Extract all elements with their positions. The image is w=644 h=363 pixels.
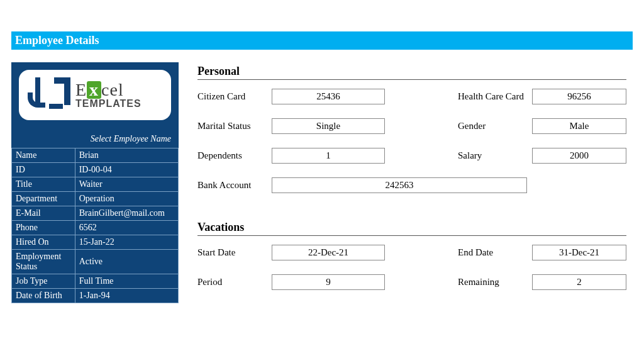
health-care-card-label: Health Care Card [458,91,527,102]
table-row: E-MailBrainGilbert@mail.com [12,206,179,221]
gender-label: Gender [458,121,527,131]
salary-field[interactable]: 2000 [532,148,626,164]
logo-brand-cel: cel [101,80,124,99]
table-row: Employment StatusActive [12,250,179,274]
logo-brand-x: x [87,81,101,99]
employee-details-table: NameBrian IDID-00-04 TitleWaiter Departm… [11,148,179,303]
row-value: Full Time [75,274,178,289]
logo: Excel TEMPLATES [19,70,171,120]
row-label: Employment Status [12,250,75,274]
page-title: Employee Details [15,34,99,47]
content-area: Excel TEMPLATES Select Employee Name Nam… [0,50,644,303]
marital-status-label: Marital Status [197,121,267,131]
row-label: Phone [12,221,75,235]
row-label: Hired On [12,235,75,250]
row-value: 6562 [75,221,178,235]
row-label: Date of Birth [12,289,75,303]
row-label: Name [12,148,75,163]
period-field[interactable]: 9 [272,274,385,290]
page-header: Employee Details [11,31,633,50]
logo-mark-icon [28,77,70,113]
logo-brand-e: E [75,80,87,99]
bank-account-label: Bank Account [197,180,267,191]
row-label: Department [12,192,75,206]
personal-form: Citizen Card 25436 Health Care Card 9625… [197,89,626,193]
start-date-label: Start Date [197,247,267,258]
table-row: Hired On15-Jan-22 [12,235,179,250]
vacations-form: Start Date 22-Dec-21 End Date 31-Dec-21 … [197,245,626,290]
table-row: NameBrian [12,148,179,163]
logo-text: Excel TEMPLATES [75,81,142,109]
row-value: 1-Jan-94 [75,289,178,303]
end-date-label: End Date [458,247,527,258]
main-panel: Personal Citizen Card 25436 Health Care … [197,62,633,303]
row-value: Brian [75,148,178,163]
end-date-field[interactable]: 31-Dec-21 [532,245,626,260]
row-value: Active [75,250,178,274]
row-value: ID-00-04 [75,163,178,177]
row-value: Waiter [75,177,178,192]
citizen-card-field[interactable]: 25436 [272,89,385,104]
remaining-label: Remaining [458,277,527,288]
bank-account-field[interactable]: 242563 [272,177,527,193]
health-care-card-field[interactable]: 96256 [532,89,626,104]
marital-status-field[interactable]: Single [272,118,385,134]
row-label: E-Mail [12,206,75,221]
table-row: Job TypeFull Time [12,274,179,289]
row-value: 15-Jan-22 [75,235,178,250]
select-employee-label[interactable]: Select Employee Name [11,128,179,148]
dependents-field[interactable]: 1 [272,148,385,164]
salary-label: Salary [458,150,527,161]
dependents-label: Dependents [197,150,267,161]
row-label: Title [12,177,75,192]
row-value: BrainGilbert@mail.com [75,206,178,221]
row-value: Operation [75,192,178,206]
gender-field[interactable]: Male [532,118,626,134]
vacations-section-title: Vacations [197,221,626,236]
logo-sub: TEMPLATES [75,99,142,109]
table-row: TitleWaiter [12,177,179,192]
start-date-field[interactable]: 22-Dec-21 [272,245,385,260]
row-label: Job Type [12,274,75,289]
logo-wrap: Excel TEMPLATES [11,62,179,128]
personal-section-title: Personal [197,65,626,80]
remaining-field[interactable]: 2 [532,274,626,290]
table-row: DepartmentOperation [12,192,179,206]
employee-card: Excel TEMPLATES Select Employee Name Nam… [11,62,179,303]
table-row: Date of Birth1-Jan-94 [12,289,179,303]
table-row: IDID-00-04 [12,163,179,177]
citizen-card-label: Citizen Card [197,91,267,102]
row-label: ID [12,163,75,177]
table-row: Phone6562 [12,221,179,235]
period-label: Period [197,277,267,288]
